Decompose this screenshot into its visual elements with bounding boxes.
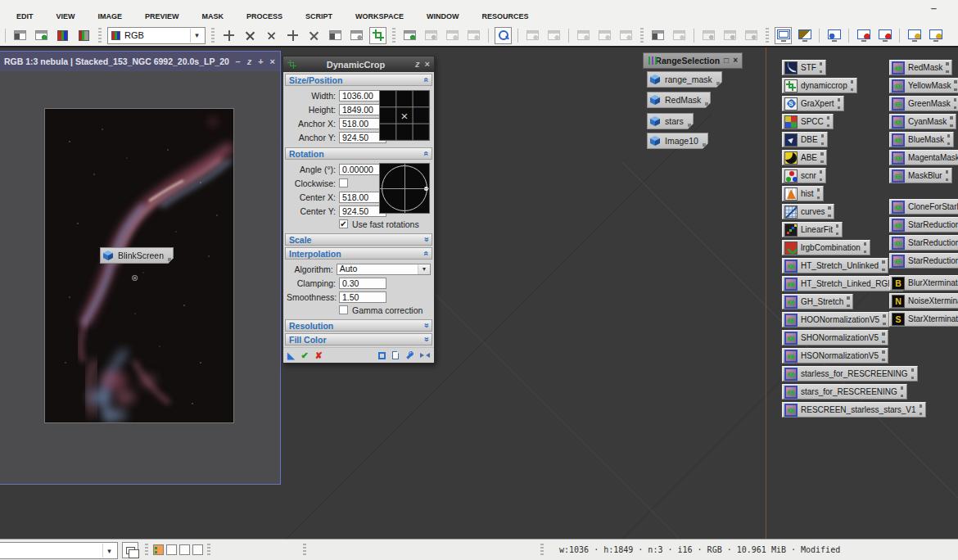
process-icon[interactable]: dynamiccrop — [782, 78, 857, 93]
process-icon[interactable]: STF — [782, 60, 826, 75]
collapse-icon[interactable]: « — [421, 151, 430, 156]
select-mode-button[interactable] — [348, 27, 365, 44]
window-close-icon[interactable]: × — [733, 56, 738, 65]
iconized-image[interactable]: Image10 — [647, 133, 708, 149]
section-scale[interactable]: Scale « — [285, 233, 432, 246]
drag-object-button[interactable] — [420, 351, 430, 359]
dynamiccrop-titlebar[interactable]: DynamicCrop z × — [283, 56, 434, 72]
browse-documentation-button[interactable] — [392, 351, 399, 359]
process-icon[interactable]: HT_Stretch_Unlinked — [782, 258, 888, 273]
minimize-icon[interactable]: – — [931, 2, 937, 14]
process-icon[interactable]: RESCREEN_starless_stars_V1 — [782, 402, 926, 418]
process-icon[interactable]: GraXpert — [782, 96, 844, 111]
fit-window-button[interactable] — [596, 27, 613, 44]
split-channels-button[interactable] — [75, 27, 93, 44]
screen-transfer-button[interactable] — [11, 27, 29, 44]
screen-restore-button[interactable] — [825, 27, 843, 44]
process-icon[interactable]: BlurXterminator — [889, 275, 958, 291]
edit-screen3-button[interactable] — [743, 27, 760, 44]
window-close-icon[interactable]: × — [270, 57, 275, 66]
cancel-button[interactable]: ✘ — [315, 351, 323, 360]
process-icon[interactable]: RedMask — [889, 60, 952, 75]
rotation-knob[interactable] — [424, 187, 428, 191]
execute-button[interactable]: ✔ — [301, 351, 308, 360]
crop-center-mark-icon[interactable]: ⊗ — [131, 273, 138, 283]
chevron-down-icon[interactable]: ▾ — [418, 264, 430, 274]
iconized-image[interactable]: stars — [647, 113, 694, 129]
workspace-3-button[interactable] — [179, 544, 190, 555]
process-icon[interactable]: starless_for_RESCREENING — [782, 366, 918, 382]
workspace-2-button[interactable] — [166, 544, 177, 555]
process-icon[interactable]: HSONormalizationV5 — [782, 348, 888, 364]
anchor-selector[interactable]: × — [379, 90, 430, 141]
process-icon[interactable]: curves — [782, 204, 834, 219]
delete-view-button[interactable] — [465, 27, 482, 44]
zoom-out-button[interactable] — [545, 27, 563, 44]
process-icon[interactable]: LinearFit — [782, 222, 843, 237]
menu-item[interactable]: WORKSPACE — [344, 10, 415, 22]
process-icon[interactable]: lrgbCombination — [782, 240, 870, 255]
zoom-in-button[interactable] — [524, 27, 541, 44]
workspace-4-button[interactable] — [192, 544, 203, 555]
process-icon[interactable]: stars_for_RESCREENING — [782, 384, 907, 400]
edit-view-button[interactable] — [423, 27, 440, 44]
screen-image-button[interactable] — [796, 27, 813, 44]
workspace-manager-button[interactable] — [122, 542, 138, 558]
new-instance-button[interactable] — [378, 352, 386, 359]
window-maximize-icon[interactable]: + — [258, 57, 263, 66]
collapse-icon[interactable]: « — [421, 251, 430, 255]
chevron-down-icon[interactable]: ▾ — [102, 544, 115, 558]
section-rotation[interactable]: Rotation « — [285, 147, 432, 160]
clockwise-checkbox[interactable] — [339, 178, 348, 187]
process-icon[interactable]: CloneForStarless — [889, 199, 958, 215]
process-icon[interactable]: HOONormalizationV5 — [782, 312, 889, 327]
zoom-fit-button[interactable] — [242, 27, 259, 44]
view-selector[interactable]: RGB ▾ — [107, 27, 206, 44]
workspace-1-button[interactable] — [153, 544, 164, 555]
algorithm-select[interactable]: Auto ▾ — [337, 264, 431, 275]
process-icon[interactable]: GH_Stretch — [782, 294, 853, 309]
menu-item[interactable]: PREVIEW — [133, 10, 191, 22]
menu-item[interactable]: EDIT — [5, 10, 45, 22]
section-resolution[interactable]: Resolution « — [285, 319, 432, 332]
track-view-button[interactable]: ◣ — [287, 351, 294, 360]
smoothness-field[interactable]: 1.50 — [339, 291, 386, 303]
rgb-channels-button[interactable] — [54, 27, 71, 44]
section-interpolation[interactable]: Interpolation « — [285, 247, 432, 260]
workspace-selector[interactable]: a ▾ — [0, 542, 118, 559]
preferences-button[interactable] — [405, 351, 413, 359]
edit-screen-button[interactable] — [700, 27, 717, 44]
clone-view-button[interactable] — [444, 27, 461, 44]
window-shade-icon[interactable]: z — [415, 60, 420, 69]
expand-icon[interactable]: « — [421, 237, 430, 242]
new-window-button[interactable] — [33, 27, 50, 44]
fast-rotations-checkbox[interactable]: ✔ — [339, 219, 348, 228]
move-mode-button[interactable] — [284, 27, 301, 44]
center-mode-button[interactable] — [305, 27, 323, 44]
menu-item[interactable]: PROCESS — [235, 10, 294, 22]
readout-mode-button[interactable] — [327, 27, 344, 44]
tile-windows-button[interactable] — [649, 27, 667, 44]
rotation-dial[interactable] — [379, 163, 430, 214]
window-minimize-icon[interactable]: – — [236, 57, 241, 66]
menu-item[interactable]: RESOURCES — [470, 10, 540, 22]
process-icon[interactable]: MaskBlur — [889, 168, 952, 183]
collapse-icon[interactable]: « — [421, 77, 430, 82]
zoom-shrink-button[interactable] — [263, 27, 280, 44]
process-icon[interactable]: SHONormalizationV5 — [782, 330, 888, 345]
screen-mode-button[interactable] — [775, 27, 792, 44]
dynamiccrop-dialog[interactable]: DynamicCrop z × Size/Position « Width:10… — [282, 56, 435, 364]
window-shade-icon[interactable]: z — [247, 57, 252, 66]
image-window[interactable]: RGB 1:3 nebula | Stacked_153_NGC 6992_20… — [0, 51, 281, 485]
process-icon[interactable]: SPCC — [782, 114, 834, 129]
menu-item[interactable]: SCRIPT — [294, 10, 344, 22]
fit-screen-button[interactable] — [617, 27, 635, 44]
process-icon[interactable]: BlueMask — [889, 132, 954, 147]
process-icon[interactable]: StarReductionMe — [889, 235, 958, 251]
process-icon[interactable]: MagentaMask — [889, 150, 958, 165]
process-icon[interactable]: ABE — [782, 150, 827, 165]
pan-mode-button[interactable] — [220, 27, 237, 44]
rangeselection-window[interactable]: RangeSelection □ × — [643, 52, 743, 69]
process-icon[interactable]: CyanMask — [889, 114, 956, 129]
gamma-checkbox[interactable] — [339, 305, 348, 314]
